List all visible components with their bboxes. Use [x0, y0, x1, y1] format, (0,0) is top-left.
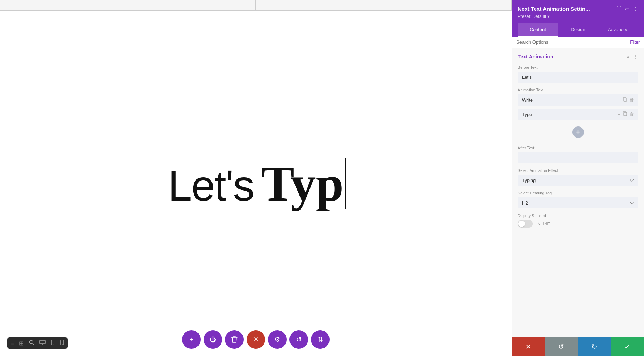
animation-text-row-1: Write + 🗑: [518, 94, 638, 106]
add-row-icon-2[interactable]: +: [618, 112, 620, 117]
section-header: Text Animation ▲ ⋮: [518, 54, 638, 59]
display-stacked-field: Display Stacked INLINE: [518, 213, 638, 228]
panel-search-bar: + Filter: [512, 37, 644, 48]
tablet-icon[interactable]: [51, 340, 55, 347]
after-text-label: After Text: [518, 146, 638, 150]
panel-footer: ✕ ↺ ↻ ✓: [512, 337, 644, 356]
cursor-line: [345, 158, 346, 209]
svg-rect-9: [624, 98, 627, 101]
tab-advanced[interactable]: Advanced: [598, 23, 638, 37]
animation-effect-label: Select Animation Effect: [518, 168, 638, 173]
animation-text-actions-2: + 🗑: [618, 111, 634, 117]
heading-tag-field: Select Heading Tag H1 H2 H3 H4 H5 H6 DIV…: [518, 191, 638, 208]
right-panel: Next Text Animation Settin... ⛶ ▭ ⋮ Pres…: [512, 0, 644, 356]
canvas-text-display: Let's Typ: [168, 155, 344, 212]
canvas-segment-4: [384, 0, 512, 10]
close-button[interactable]: ✕: [247, 330, 265, 349]
search-icon[interactable]: [29, 340, 34, 347]
power-button[interactable]: ⏻: [204, 330, 222, 349]
section-more-icon[interactable]: ⋮: [633, 54, 638, 59]
grid-icon[interactable]: ⊞: [19, 340, 24, 347]
filter-button[interactable]: + Filter: [626, 40, 640, 45]
copy-row-icon-1[interactable]: [623, 97, 627, 103]
delete-button[interactable]: [225, 330, 244, 349]
animation-effect-select[interactable]: Typing Fade Bounce Flip Scale: [518, 175, 638, 186]
minimize-icon[interactable]: ▭: [625, 6, 630, 12]
save-button[interactable]: ↻: [578, 337, 611, 356]
panel-preset[interactable]: Preset: Default ▾: [518, 14, 638, 19]
before-text-label: Before Text: [518, 65, 638, 69]
more-icon[interactable]: ⋮: [633, 6, 638, 12]
tab-design[interactable]: Design: [558, 23, 598, 37]
bottom-toolbar: + ⏻ ✕ ⚙ ↺ ⇅: [0, 330, 512, 349]
canvas-text-typ: Typ: [261, 155, 343, 212]
mobile-icon[interactable]: [60, 340, 64, 347]
search-input[interactable]: [516, 39, 626, 45]
canvas-top-bar: [0, 0, 512, 11]
history-button[interactable]: ↺: [289, 330, 308, 349]
expand-icon[interactable]: ⛶: [616, 6, 621, 12]
section-header-icons: ▲ ⋮: [625, 54, 638, 59]
canvas-segment-3: [256, 0, 384, 10]
animation-text-actions-1: + 🗑: [618, 97, 634, 103]
svg-point-8: [62, 344, 63, 345]
heading-tag-label: Select Heading Tag: [518, 191, 638, 195]
before-text-input[interactable]: [518, 72, 638, 83]
panel-tabs: Content Design Advanced: [518, 23, 638, 37]
toggle-button[interactable]: ⇅: [311, 330, 330, 349]
text-animation-section: Text Animation ▲ ⋮ Before Text Animation…: [512, 48, 644, 239]
panel-header-top: Next Text Animation Settin... ⛶ ▭ ⋮: [518, 6, 638, 12]
delete-row-icon-2[interactable]: 🗑: [629, 112, 634, 117]
svg-rect-10: [624, 112, 627, 116]
add-button[interactable]: +: [182, 330, 201, 349]
animation-text-row-2: Type + 🗑: [518, 109, 638, 120]
animation-effect-field: Select Animation Effect Typing Fade Boun…: [518, 168, 638, 186]
after-text-field: After Text: [518, 146, 638, 163]
canvas-content: Let's Typ: [0, 11, 512, 356]
svg-point-6: [53, 344, 54, 345]
animation-text-field: Animation Text Write + 🗑: [518, 88, 638, 141]
menu-icon[interactable]: ≡: [11, 340, 14, 346]
confirm-button[interactable]: ✓: [611, 337, 644, 356]
copy-row-icon-2[interactable]: [623, 111, 627, 117]
after-text-input[interactable]: [518, 152, 638, 163]
toggle-inline-label: INLINE: [536, 222, 550, 226]
display-stacked-label: Display Stacked: [518, 213, 638, 218]
delete-row-icon-1[interactable]: 🗑: [629, 97, 634, 103]
canvas-segment-1: [0, 0, 128, 10]
panel-header-icons: ⛶ ▭ ⋮: [616, 6, 638, 12]
add-row-icon-1[interactable]: +: [618, 97, 620, 103]
collapse-icon[interactable]: ▲: [625, 54, 630, 59]
canvas-segment-2: [128, 0, 256, 10]
panel-title: Next Text Animation Settin...: [518, 6, 590, 12]
svg-rect-2: [40, 340, 45, 344]
left-mini-toolbar: ≡ ⊞: [7, 337, 68, 349]
animation-text-label: Animation Text: [518, 88, 638, 92]
canvas-area: Let's Typ + ⏻ ✕ ⚙ ↺ ⇅ ≡ ⊞: [0, 0, 512, 356]
panel-content: Text Animation ▲ ⋮ Before Text Animation…: [512, 48, 644, 356]
toggle-row: INLINE: [518, 220, 638, 228]
reset-button[interactable]: ↺: [545, 337, 578, 356]
svg-line-1: [33, 343, 34, 345]
display-stacked-toggle[interactable]: [518, 220, 533, 228]
animation-text-value-2: Type: [522, 112, 618, 117]
toggle-knob: [518, 221, 525, 227]
section-title: Text Animation: [518, 54, 553, 59]
desktop-icon[interactable]: [39, 340, 46, 347]
cancel-button[interactable]: ✕: [512, 337, 545, 356]
tab-content[interactable]: Content: [518, 23, 558, 37]
settings-button[interactable]: ⚙: [268, 330, 287, 349]
canvas-text-lets: Let's: [168, 161, 254, 210]
animation-text-value-1: Write: [522, 97, 618, 103]
heading-tag-select[interactable]: H1 H2 H3 H4 H5 H6 DIV SPAN P: [518, 197, 638, 208]
add-animation-text-button[interactable]: +: [572, 126, 584, 138]
panel-header: Next Text Animation Settin... ⛶ ▭ ⋮ Pres…: [512, 0, 644, 37]
before-text-field: Before Text: [518, 65, 638, 83]
